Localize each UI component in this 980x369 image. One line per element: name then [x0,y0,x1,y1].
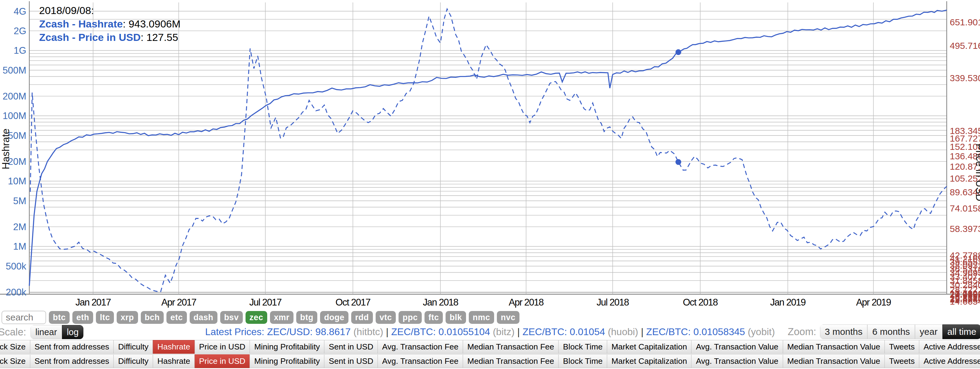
zoom-seg-option-6-months[interactable]: 6 months [867,325,915,339]
tab-block-size[interactable]: Block Size [0,354,30,368]
coin-button-bch[interactable]: bch [141,311,164,324]
coin-button-ltc[interactable]: ltc [96,311,114,324]
x-axis-tick: Jan 2018 [423,297,458,308]
tab-active-addresses[interactable]: Active Addresses [919,340,980,354]
tab-difficulty[interactable]: Difficulty [114,340,153,354]
exchange-name: (bitz) [493,326,515,337]
coin-button-ftc[interactable]: ftc [425,311,443,324]
exchange-name: (huobi) [608,326,638,337]
search-input[interactable] [2,311,46,324]
tab-block-size[interactable]: Block Size [0,340,30,354]
tab-median-transaction-fee[interactable]: Median Transaction Fee [463,354,558,368]
hashrate-marker-dot [676,49,681,55]
tab-market-capitalization[interactable]: Market Capitalization [607,340,691,354]
tab-hashrate[interactable]: Hashrate [153,354,195,368]
left-axis-tick: 10M [8,176,26,187]
zoom-seg-option-all-time[interactable]: all time [942,325,980,339]
right-axis-tick: 58.3973 [950,224,980,234]
coin-button-etc[interactable]: etc [166,311,187,324]
coin-button-vtc[interactable]: vtc [375,311,396,324]
coin-button-blk[interactable]: blk [445,311,466,324]
x-axis-labels: Jan 2017Apr 2017Jul 2017Oct 2017Jan 2018… [75,297,891,308]
left-axis-tick: 500M [2,65,26,76]
tab-sent-in-usd[interactable]: Sent in USD [325,354,378,368]
zoom-seg-option-year[interactable]: year [915,325,942,339]
exchange-name: (hitbtc) [353,326,383,337]
tab-sent-from-addresses[interactable]: Sent from addresses [30,340,114,354]
coin-button-eth[interactable]: eth [72,311,93,324]
coin-button-ppc[interactable]: ppc [399,311,422,324]
scale-label: Scale: [0,326,26,338]
gridlines [29,2,947,294]
coin-button-dash[interactable]: dash [190,311,218,324]
price-link-zec-usd-hitbtc[interactable]: ZEC/USD: 98.8617 [267,326,353,337]
coin-button-bsv[interactable]: bsv [220,311,243,324]
x-axis-tick: Oct 2017 [336,297,371,308]
price-link-zec-btc-huobi[interactable]: ZEC/BTC: 0.01054 [520,326,608,337]
x-axis-tick: Jul 2018 [597,297,629,308]
tab-block-time[interactable]: Block Time [558,340,608,354]
tab-price-in-usd[interactable]: Price in USD [194,354,250,368]
tab-avg-transaction-value[interactable]: Avg. Transaction Value [691,354,783,368]
tooltip-hashrate-label: Zcash - Hashrate [39,18,123,30]
x-axis-tick: Oct 2018 [683,297,718,308]
right-axis-tick: 14.6654 [950,296,980,306]
tab-price-in-usd[interactable]: Price in USD [194,340,250,354]
price-link-zec-btc-bitz[interactable]: ZEC/BTC: 0.01055104 [388,326,493,337]
scale-toggle: linearlog [30,325,84,339]
coin-button-nmc[interactable]: nmc [469,311,494,324]
scale-seg-option-log[interactable]: log [62,325,84,339]
metric-tabs-row-2: TransactionsBlock SizeSent from addresse… [0,354,980,368]
coin-button-rdd[interactable]: rdd [351,311,373,324]
tab-mining-profitability[interactable]: Mining Profitability [250,354,325,368]
chart-tooltip: 2018/09/08: Zcash - Hashrate: 943.0906M … [39,4,180,44]
price-separator: | [638,326,643,337]
tab-block-time[interactable]: Block Time [558,354,608,368]
tab-tweets[interactable]: Tweets [885,340,919,354]
coin-selector-row: btcethltcxrpbchetcdashbsvzecxmrbtgdogerd… [2,311,519,324]
tooltip-price-value: : 127.55 [141,32,178,43]
tab-difficulty[interactable]: Difficulty [114,354,153,368]
tab-sent-in-usd[interactable]: Sent in USD [325,340,378,354]
tab-median-transaction-value[interactable]: Median Transaction Value [783,354,885,368]
tooltip-price: Zcash - Price in USD: 127.55 [39,30,180,44]
coin-button-btg[interactable]: btg [296,311,317,324]
tooltip-hashrate-value: : 943.0906M [123,18,180,30]
tooltip-price-label: Zcash - Price in USD [39,32,141,43]
zoom-control: Zoom: 3 months6 monthsyearall time [788,325,980,339]
tab-median-transaction-value[interactable]: Median Transaction Value [783,340,885,354]
tab-median-transaction-fee[interactable]: Median Transaction Fee [463,340,558,354]
scale-and-prices-row: Scale: linearlog Latest Prices: ZEC/USD:… [0,325,980,340]
zoom-seg-option-3-months[interactable]: 3 months [820,325,867,339]
scale-seg-option-linear[interactable]: linear [30,325,62,339]
coin-button-zec[interactable]: zec [245,311,267,324]
coin-button-btc[interactable]: btc [49,311,70,324]
x-axis-tick: Apr 2017 [161,297,196,308]
tab-avg-transaction-fee[interactable]: Avg. Transaction Fee [377,354,463,368]
tab-hashrate[interactable]: Hashrate [153,340,195,354]
left-axis-tick: 2M [13,222,26,232]
coin-button-xmr[interactable]: xmr [270,311,293,324]
coin-button-xrp[interactable]: xrp [117,311,138,324]
axis-frame [0,1,980,295]
left-axis-tick: 200M [2,91,26,101]
tab-tweets[interactable]: Tweets [885,354,919,368]
price-link-zec-btc-yobit[interactable]: ZEC/BTC: 0.01058345 [643,326,748,337]
x-axis-tick: Jan 2019 [770,297,806,308]
tab-avg-transaction-fee[interactable]: Avg. Transaction Fee [377,340,463,354]
chart-canvas[interactable]: 4G2G1G500M200M100M50M20M10M5M2M1M500k200… [0,0,980,309]
tab-active-addresses[interactable]: Active Addresses [919,354,980,368]
hashrate-price-chart[interactable]: 4G2G1G500M200M100M50M20M10M5M2M1M500k200… [0,0,980,309]
x-axis-tick: Jul 2017 [249,297,281,308]
tab-sent-from-addresses[interactable]: Sent from addresses [30,354,114,368]
coin-button-doge[interactable]: doge [320,311,348,324]
price-marker-dot [676,159,681,165]
right-axis-tick: 495.716 [950,41,980,51]
left-axis-tick: 1M [13,241,26,252]
tab-market-capitalization[interactable]: Market Capitalization [607,354,691,368]
tab-mining-profitability[interactable]: Mining Profitability [250,340,325,354]
hashrate-line [29,10,947,286]
tooltip-hashrate: Zcash - Hashrate: 943.0906M [39,17,180,30]
tab-avg-transaction-value[interactable]: Avg. Transaction Value [691,340,783,354]
coin-button-nvc[interactable]: nvc [497,311,519,324]
